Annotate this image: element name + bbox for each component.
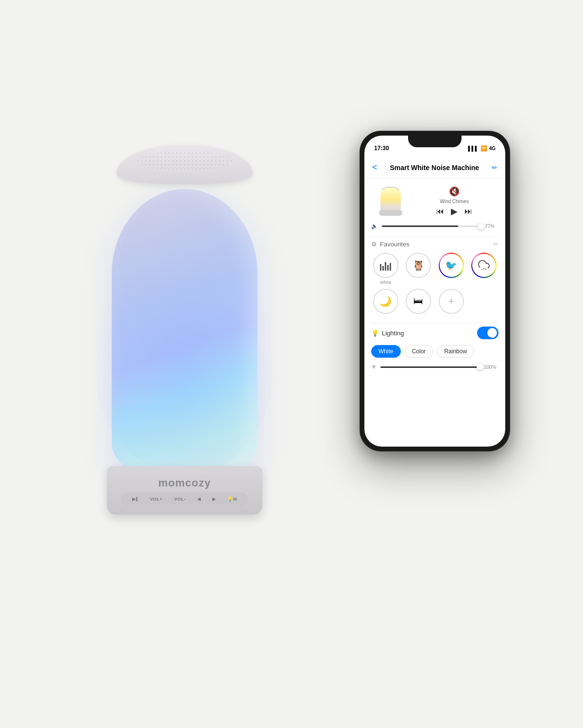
- bar3: [385, 262, 386, 271]
- device-btn-volup[interactable]: VOL+: [150, 497, 163, 502]
- color-btn-rainbow[interactable]: Rainbow: [437, 345, 474, 358]
- bar2: [382, 266, 384, 271]
- device-brand-label: momcozy: [158, 477, 211, 489]
- fav-item-add[interactable]: +: [437, 289, 466, 316]
- favourites-title-row: ⚙ Favourites: [371, 241, 410, 248]
- bar4: [387, 265, 389, 271]
- volume-percent: 77%: [485, 224, 498, 229]
- phone-screen: 17:30 ▌▌▌ 🛜 4G < Smart White Noise Machi…: [364, 136, 505, 447]
- device-preview-row: 🔇 Wind Chimes ⏮ ▶ ⏭: [371, 184, 498, 218]
- brightness-fill: [380, 366, 480, 368]
- fav-item-bird[interactable]: 🐦: [437, 253, 466, 285]
- fav-circle-owl[interactable]: 🦉: [406, 253, 431, 278]
- add-circle[interactable]: +: [439, 289, 464, 314]
- fav-circle-crib[interactable]: 🛏: [406, 289, 431, 314]
- edit-button[interactable]: ✏: [492, 164, 497, 172]
- device-preview-img: [371, 184, 410, 218]
- app-title: Smart White Noise Machine: [390, 164, 479, 172]
- device-body: [112, 189, 257, 471]
- color-btn-white[interactable]: White: [371, 345, 401, 358]
- brightness-percent: 100%: [484, 364, 498, 370]
- favourites-grid: White 🦉 🐦: [371, 253, 498, 316]
- color-btn-color[interactable]: Color: [405, 345, 433, 358]
- mute-icon[interactable]: 🔇: [449, 186, 460, 197]
- phone-shell: 17:30 ▌▌▌ 🛜 4G < Smart White Noise Machi…: [360, 131, 510, 451]
- crib-icon: 🛏: [413, 295, 423, 307]
- phone: 17:30 ▌▌▌ 🛜 4G < Smart White Noise Machi…: [360, 131, 510, 451]
- lighting-label-row: 💡 Lighting: [371, 329, 404, 337]
- status-time: 17:30: [374, 145, 389, 152]
- battery-icon: 4G: [489, 146, 496, 151]
- lighting-bulb-icon: 💡: [371, 329, 379, 337]
- fav-label-white: White: [380, 280, 391, 285]
- brightness-thumb[interactable]: [477, 364, 483, 370]
- brightness-icon: ☀: [371, 364, 377, 370]
- volume-track[interactable]: [382, 225, 481, 227]
- volume-thumb[interactable]: [478, 223, 484, 230]
- divider-1: [371, 236, 498, 237]
- favourites-title: Favourites: [380, 241, 410, 248]
- favourites-header: ⚙ Favourites ✏: [371, 241, 498, 248]
- prev-button[interactable]: ⏮: [436, 207, 444, 216]
- lighting-label: Lighting: [382, 329, 404, 337]
- fav-circle-white[interactable]: [373, 253, 398, 278]
- owl-icon: 🦉: [412, 260, 425, 271]
- device: momcozy ▶‖ VOL+ VOL- ◀ ▶ 💡M: [102, 145, 267, 515]
- app-content[interactable]: 🔇 Wind Chimes ⏮ ▶ ⏭ 🔈: [364, 178, 505, 447]
- favourites-edit[interactable]: ✏: [493, 241, 498, 248]
- fav-circle-cloud[interactable]: [471, 253, 497, 278]
- device-btn-voldown[interactable]: VOL-: [174, 497, 186, 502]
- mini-lamp-body: [380, 188, 401, 212]
- bird-icon: 🐦: [445, 260, 457, 271]
- play-button[interactable]: ▶: [451, 206, 458, 217]
- device-base: momcozy ▶‖ VOL+ VOL- ◀ ▶ 💡M: [107, 466, 262, 515]
- sound-name: Wind Chimes: [440, 199, 468, 204]
- fav-circle-moon[interactable]: 🌙: [373, 289, 398, 314]
- device-wrapper: momcozy ▶‖ VOL+ VOL- ◀ ▶ 💡M: [68, 111, 301, 549]
- lighting-row: 💡 Lighting: [371, 327, 498, 339]
- moon-icon: 🌙: [379, 295, 392, 307]
- favourites-icon: ⚙: [371, 241, 377, 248]
- phone-notch: [408, 136, 462, 147]
- back-button[interactable]: <: [372, 162, 377, 173]
- fav-circle-bird[interactable]: 🐦: [439, 253, 464, 278]
- bar5: [390, 263, 391, 271]
- brightness-row: ☀ 100%: [371, 364, 498, 370]
- wifi-icon: 🛜: [480, 145, 487, 152]
- status-icons: ▌▌▌ 🛜 4G: [468, 145, 496, 152]
- app-header: < Smart White Noise Machine ✏: [364, 157, 505, 178]
- scene: momcozy ▶‖ VOL+ VOL- ◀ ▶ 💡M 17:30: [58, 72, 525, 656]
- toggle-knob: [487, 328, 497, 338]
- device-btn-light[interactable]: 💡M: [227, 497, 237, 502]
- lighting-toggle[interactable]: [477, 327, 498, 339]
- brightness-track[interactable]: [380, 366, 480, 368]
- volume-fill: [382, 225, 458, 227]
- fav-item-white[interactable]: White: [371, 253, 400, 285]
- fav-item-owl[interactable]: 🦉: [404, 253, 433, 285]
- mini-lamp: [377, 187, 404, 216]
- cloud-rain-icon: [478, 260, 490, 271]
- device-buttons-row: ▶‖ VOL+ VOL- ◀ ▶ 💡M: [121, 492, 248, 506]
- fav-item-cloud[interactable]: [470, 253, 499, 285]
- device-btn-play[interactable]: ▶‖: [132, 497, 138, 502]
- divider-2: [371, 323, 498, 323]
- fav-item-crib[interactable]: 🛏: [404, 289, 433, 316]
- sound-controls: ⏮ ▶ ⏭: [436, 206, 472, 217]
- color-btn-row: White Color Rainbow: [371, 345, 498, 358]
- next-button[interactable]: ⏭: [464, 207, 472, 216]
- device-top-cap: [117, 145, 253, 184]
- device-btn-next[interactable]: ▶: [212, 497, 216, 502]
- mini-lamp-base: [379, 210, 402, 216]
- volume-row: 🔈 77%: [371, 223, 498, 229]
- signal-icon: ▌▌▌: [468, 146, 478, 151]
- sound-info: 🔇 Wind Chimes ⏮ ▶ ⏭: [410, 186, 498, 217]
- bars-icon: [380, 260, 391, 271]
- volume-icon: 🔈: [371, 223, 378, 229]
- device-btn-prev[interactable]: ◀: [197, 497, 201, 502]
- bar1: [380, 264, 381, 271]
- fav-item-moon[interactable]: 🌙: [371, 289, 400, 316]
